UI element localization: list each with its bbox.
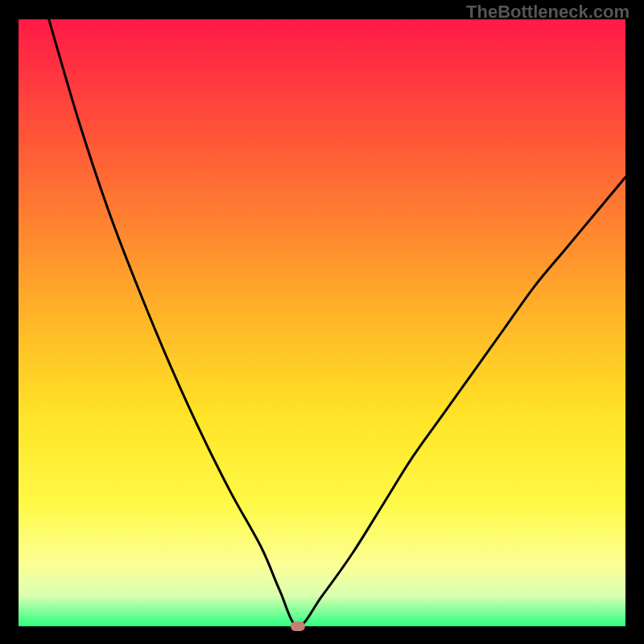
- bottleneck-curve: [19, 19, 625, 626]
- optimal-point-marker: [291, 621, 305, 631]
- plot-area: [19, 19, 625, 626]
- chart-frame: TheBottleneck.com: [0, 0, 644, 644]
